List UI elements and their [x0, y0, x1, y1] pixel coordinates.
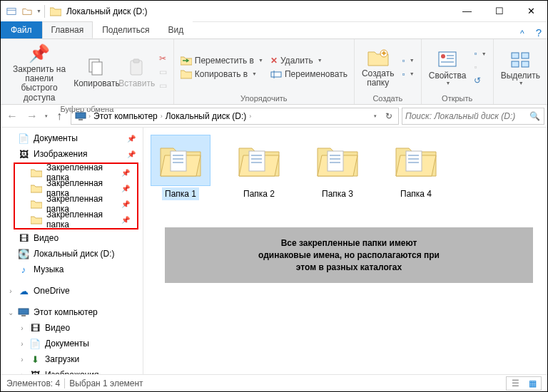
delete-button[interactable]: ✕ Удалить▼: [268, 54, 350, 67]
properties-button[interactable]: Свойства▼: [426, 47, 470, 88]
status-item-count: Элементов: 4: [6, 378, 60, 388]
svg-rect-15: [512, 53, 519, 58]
tree-onedrive[interactable]: ›☁OneDrive: [1, 283, 143, 299]
tree-music[interactable]: ♪Музыка: [1, 262, 143, 277]
folder-list: Папка 1 Папка 2 Папка 3 Папка 4: [151, 135, 540, 200]
pin-icon: 📌: [121, 169, 130, 177]
delete-icon: ✕: [270, 56, 278, 66]
tree-pc-downloads[interactable]: ›⬇Загрузки: [1, 351, 143, 367]
navigation-bar: ← → ▾ ↑ › Этот компьютер › Локальный дис…: [1, 105, 547, 128]
svg-rect-3: [92, 62, 102, 75]
tree-pc-videos[interactable]: ›🎞Видео: [1, 320, 143, 336]
close-button[interactable]: ✕: [515, 1, 547, 22]
tree-documents[interactable]: 📄Документы📌: [1, 130, 143, 146]
move-icon: [181, 56, 192, 66]
chevron-right-icon[interactable]: ›: [18, 371, 26, 375]
search-input[interactable]: [402, 111, 526, 121]
svg-text:✦: ✦: [380, 48, 387, 58]
folder-item[interactable]: Папка 3: [308, 135, 367, 200]
ribbon-collapse-button[interactable]: ^: [514, 29, 530, 38]
crumb-pc[interactable]: Этот компьютер: [91, 111, 161, 121]
minimize-button[interactable]: —: [451, 1, 483, 22]
scissors-icon: ✂: [159, 53, 166, 63]
tree-pictures[interactable]: 🖼Изображения📌: [1, 146, 143, 162]
chevron-right-icon[interactable]: ›: [6, 287, 15, 295]
group-open-label: Открыть: [442, 93, 472, 104]
refresh-button[interactable]: ↻: [381, 111, 397, 121]
open-button[interactable]: ▫▼: [472, 47, 488, 60]
help-button[interactable]: ?: [530, 26, 547, 38]
rename-button[interactable]: Переименовать: [268, 68, 350, 81]
folder-item[interactable]: Папка 4: [386, 135, 446, 200]
svg-rect-0: [7, 8, 16, 14]
svg-rect-31: [328, 151, 343, 171]
folder-icon: [31, 167, 42, 178]
pin-quickaccess-button[interactable]: 📌 Закрепить на панели быстрого доступа: [5, 41, 73, 104]
search-box[interactable]: 🔍: [402, 108, 544, 125]
svg-rect-23: [171, 151, 186, 171]
videos-icon: 🎞: [29, 322, 41, 334]
cut-button[interactable]: ✂: [157, 52, 169, 65]
crumb-drive[interactable]: Локальный диск (D:): [163, 111, 250, 121]
explorer-window: ▼ Локальный диск (D:) — ☐ ✕ Файл Главная…: [0, 0, 548, 392]
new-folder-button[interactable]: ✦ Создать папку: [359, 45, 397, 89]
search-icon[interactable]: 🔍: [526, 111, 544, 121]
content-pane[interactable]: Папка 1 Папка 2 Папка 3 Папка 4 Все закр…: [143, 128, 547, 374]
folder-label: Папка 1: [162, 187, 199, 200]
chevron-right-icon[interactable]: ›: [18, 356, 26, 363]
tab-home[interactable]: Главная: [42, 21, 93, 38]
folder-item[interactable]: Папка 1: [151, 135, 210, 200]
qat-newfolder-icon[interactable]: [19, 4, 35, 19]
chevron-down-icon[interactable]: ⌄: [6, 309, 15, 316]
view-large-icons-button[interactable]: ▦: [524, 377, 541, 390]
ribbon-tabs: Файл Главная Поделиться Вид ^ ?: [1, 22, 547, 39]
easy-access-button[interactable]: ▫▼: [400, 68, 417, 81]
pin-icon: 📌: [127, 135, 136, 143]
svg-rect-35: [406, 151, 422, 171]
qat-customize-icon[interactable]: ▼: [36, 9, 41, 14]
annotation-callout: Все закрепленные папки имеют одинаковые …: [165, 227, 533, 283]
svg-rect-21: [19, 309, 29, 314]
copy-button[interactable]: Копировать: [76, 55, 117, 90]
chevron-right-icon[interactable]: ›: [18, 324, 26, 332]
maximize-button[interactable]: ☐: [483, 1, 515, 22]
svg-rect-10: [439, 52, 456, 66]
svg-rect-17: [512, 61, 519, 67]
tree-pc-documents[interactable]: ›📄Документы: [1, 336, 143, 351]
folder-icon: [48, 4, 64, 19]
tree-pc-pictures[interactable]: ›🖼Изображения: [1, 367, 143, 374]
folder-label: Папка 3: [319, 187, 356, 200]
folder-item[interactable]: Папка 2: [229, 135, 289, 200]
onedrive-icon: ☁: [18, 285, 29, 296]
history-button[interactable]: ↺: [472, 74, 488, 87]
folder-label: Папка 2: [240, 187, 278, 200]
pin-icon: 📌: [121, 185, 130, 192]
chevron-right-icon[interactable]: ›: [18, 340, 26, 348]
folder-icon: [31, 198, 42, 210]
tree-pinned-folder[interactable]: Закрепленная папка📌: [15, 212, 137, 227]
tab-share[interactable]: Поделиться: [93, 21, 158, 38]
pictures-icon: 🖼: [18, 148, 29, 160]
back-button[interactable]: ←: [4, 108, 21, 125]
move-to-button[interactable]: Переместить в▼: [178, 54, 265, 67]
group-organize-label: Упорядочить: [240, 93, 287, 104]
new-item-button[interactable]: ▫▼: [400, 54, 417, 67]
copy-to-button[interactable]: Копировать в▼: [178, 68, 265, 81]
tab-view[interactable]: Вид: [158, 21, 193, 38]
group-new-label: Создать: [372, 93, 402, 104]
paste-icon: [126, 56, 148, 79]
history-dropdown[interactable]: ▾: [45, 113, 48, 119]
tree-videos[interactable]: 🎞Видео: [1, 230, 143, 246]
drive-icon: 💽: [18, 248, 29, 259]
tree-this-pc[interactable]: ⌄Этот компьютер: [1, 304, 143, 320]
qat-properties-icon[interactable]: [4, 4, 19, 19]
tab-file[interactable]: Файл: [1, 21, 42, 38]
view-details-button[interactable]: ☰: [507, 377, 524, 390]
navigation-tree[interactable]: 📄Документы📌 🖼Изображения📌 Закрепленная п…: [1, 128, 143, 374]
tree-local-disk[interactable]: 💽Локальный диск (D:): [1, 246, 143, 262]
select-button[interactable]: Выделить▼: [498, 47, 543, 88]
folder-open-icon: [315, 141, 360, 180]
up-button[interactable]: ↑: [51, 108, 68, 125]
address-bar[interactable]: › Этот компьютер › Локальный диск (D:) ›…: [71, 108, 399, 125]
pin-icon: 📌: [28, 42, 51, 65]
